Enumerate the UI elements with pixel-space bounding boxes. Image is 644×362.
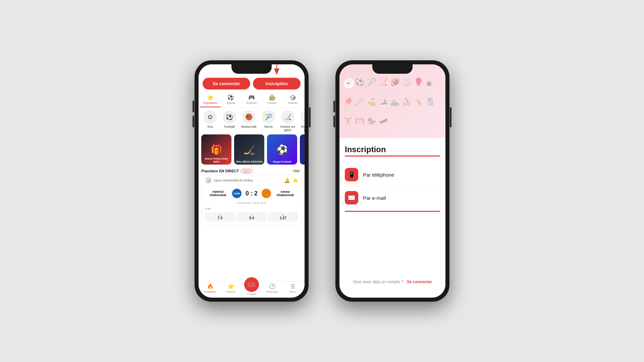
app-inscription: 🏀⚽🎾🏒 🏈🏐🥊🎳 🏓🏸⛳🎿 🏊🚴🤸🎽 🏋️🥅🏇🛹 ← Inscription … <box>339 64 445 298</box>
games-icon: 🎲 <box>289 94 296 101</box>
sports-pattern: 🏀⚽🎾🏒 🏈🏐🥊🎳 🏓🏸⛳🎿 🏊🚴🤸🎽 🏋️🥅🏇🛹 <box>339 64 445 138</box>
app-sports: Se connecter Inscription ⭐ Populaires ⚽ … <box>199 64 305 298</box>
odd-x-label: X <box>237 214 266 216</box>
tab-sports-label: Sports <box>226 101 235 105</box>
nav-menu[interactable]: ☰ Menu <box>282 283 303 296</box>
popular-header: Populaire EN DIRECT Sport Tout <box>199 167 305 175</box>
popular-title: Populaire EN DIRECT <box>201 169 239 173</box>
bell-icon[interactable]: 🔔 <box>284 178 290 183</box>
odds-header: 1 X2 <box>202 206 302 211</box>
nav-favoris-label: Favoris <box>226 290 235 293</box>
odd-v2-label: V2 <box>269 214 298 216</box>
star-icon[interactable]: ⭐ <box>292 178 298 183</box>
nav-populaire[interactable]: 🔥 Populaire <box>200 283 221 296</box>
power-btn <box>309 107 311 127</box>
hockey-icon: 🏒 <box>281 110 294 124</box>
nav-menu-label: Menu <box>289 290 296 293</box>
nav-historique[interactable]: 🕐 Historique <box>262 283 283 296</box>
email-icon-wrap: ✉️ <box>345 191 358 204</box>
telephone-icon-wrap: 📱 <box>345 168 358 181</box>
cat-hockey-label: Hockey sur glace <box>279 125 297 132</box>
cat-tennis[interactable]: 🎾 Tennis <box>260 110 277 132</box>
tab-games[interactable]: 🎲 Games <box>282 92 303 107</box>
inscription-button[interactable]: Inscription <box>253 78 301 89</box>
footer-login-link[interactable]: Se connecter <box>407 280 432 284</box>
nav-coupon[interactable]: 🎟️ Coupon <box>241 283 262 296</box>
populaires-icon: ⭐ <box>207 94 214 101</box>
nav-populaire-label: Populaire <box>205 290 216 293</box>
red-divider-bottom <box>345 211 440 212</box>
match-teams: Admiral Vladivostok ADM 0 : 2 🐯 Amour Kh… <box>202 186 302 201</box>
se-connecter-button[interactable]: Se connecter <box>203 78 250 89</box>
match-card: 🏒 Ligue continentale de hockey 🔔 ⭐ Admir… <box>201 175 302 225</box>
cat-football-label: Football <box>224 125 235 128</box>
vol-down-btn-2 <box>333 116 335 127</box>
league-icon: 🏒 <box>205 177 212 184</box>
vol-up-btn <box>193 101 194 112</box>
promo-cr[interactable]: 🏆 CR <box>300 134 305 165</box>
promo-mega-football[interactable]: ⚽ Mega Football <box>267 134 297 165</box>
nav-tabs: ⭐ Populaires ⚽ Sports 🎮 Esports 🎰 Casino… <box>199 92 305 108</box>
match-time: Intermission, 20:00 (0-2) <box>202 201 302 206</box>
odd-v2[interactable]: V2 1.37 <box>268 212 298 222</box>
cat-basketball-label: Basket-ball <box>241 125 257 128</box>
promo-black-friday[interactable]: 🎁 Black Friday Daily Gifts <box>201 134 231 165</box>
promo-banners: 🎁 Black Friday Daily Gifts 🏒 NHL MEGA SE… <box>199 134 305 167</box>
tout-icon: ⊙ <box>203 110 217 124</box>
cat-tout[interactable]: ⊙ Tout <box>201 110 219 132</box>
red-divider-top <box>345 156 440 157</box>
odd-x-value: 5.4 <box>249 216 254 220</box>
phone-1-screen: Se connecter Inscription ⭐ Populaires ⚽ … <box>199 64 305 298</box>
cat-basketball[interactable]: 🏀 Basket-ball <box>240 110 258 132</box>
tab-populaires-label: Populaires <box>203 101 218 105</box>
team1-logo: ADM <box>232 189 241 198</box>
sport-categories: ⊙ Tout ⚽ Football 🏀 Basket-ball 🎾 Tennis… <box>199 108 305 134</box>
coupon-icon: 🎟️ <box>244 277 259 292</box>
tab-esports-label: Esports <box>247 101 257 105</box>
match-odds: V1 7.3 X 5.4 V2 1.37 <box>202 211 302 224</box>
football-icon: ⚽ <box>223 110 236 124</box>
option-telephone[interactable]: 📱 Par téléphone <box>345 163 440 186</box>
nav-coupon-label: Coupon <box>247 293 256 296</box>
tab-games-label: Games <box>288 101 298 105</box>
arrow-indicator <box>274 68 279 75</box>
cat-tennis-table[interactable]: 🏓 Tennis de table <box>299 110 305 132</box>
vol-up-btn-2 <box>333 101 335 112</box>
historique-icon: 🕐 <box>269 283 276 290</box>
phone-2: 🏀⚽🎾🏒 🏈🏐🥊🎳 🏓🏸⛳🎿 🏊🚴🤸🎽 🏋️🥅🏇🛹 ← Inscription … <box>335 60 449 302</box>
tab-esports[interactable]: 🎮 Esports <box>241 92 262 107</box>
odd-v2-value: 1.37 <box>280 216 286 220</box>
nav-favoris[interactable]: ⭐ Favoris <box>221 283 241 296</box>
promo-nhl[interactable]: 🏒 NHL MEGA SEASON <box>234 134 264 165</box>
odd-v1[interactable]: V1 7.3 <box>205 212 235 222</box>
match-actions: 🔔 ⭐ <box>284 178 298 183</box>
back-button[interactable]: ← <box>343 78 354 88</box>
odd-x[interactable]: X 5.4 <box>236 212 267 222</box>
cat-hockey[interactable]: 🏒 Hockey sur glace <box>279 110 297 132</box>
team2-logo: 🐯 <box>262 189 271 198</box>
promo-2-label: NHL MEGA SEASON <box>234 160 264 163</box>
favoris-icon: ⭐ <box>227 283 234 290</box>
team2-name: Amour Khabarovsk <box>272 190 298 197</box>
tennis-icon: 🎾 <box>262 110 275 124</box>
match-score: 0 : 2 <box>243 190 260 197</box>
telephone-label: Par téléphone <box>363 172 394 178</box>
tab-sports[interactable]: ⚽ Sports <box>221 92 241 107</box>
footer-login: Vous avez déjà un compte ? Se connecter <box>345 273 440 291</box>
inscription-header-bg: 🏀⚽🎾🏒 🏈🏐🥊🎳 🏓🏸⛳🎿 🏊🚴🤸🎽 🏋️🥅🏇🛹 ← <box>339 64 445 138</box>
menu-icon: ☰ <box>290 283 295 290</box>
tout-button[interactable]: Tout <box>291 169 302 173</box>
email-icon: ✉️ <box>348 194 355 201</box>
cat-football[interactable]: ⚽ Football <box>221 110 238 132</box>
cat-tout-label: Tout <box>207 125 213 128</box>
option-email[interactable]: ✉️ Par e-mail <box>345 186 440 209</box>
promo-3-label: Mega Football <box>267 160 297 163</box>
tab-populaires[interactable]: ⭐ Populaires <box>200 92 221 107</box>
notch-2 <box>372 64 413 74</box>
phone-icon: 📱 <box>348 171 355 178</box>
sports-icon: ⚽ <box>227 94 234 101</box>
tab-casino[interactable]: 🎰 Casino <box>262 92 283 107</box>
footer-question: Vous avez déjà un compte ? <box>353 280 404 284</box>
fire-icon: 🔥 <box>207 283 214 290</box>
email-label: Par e-mail <box>363 195 386 201</box>
